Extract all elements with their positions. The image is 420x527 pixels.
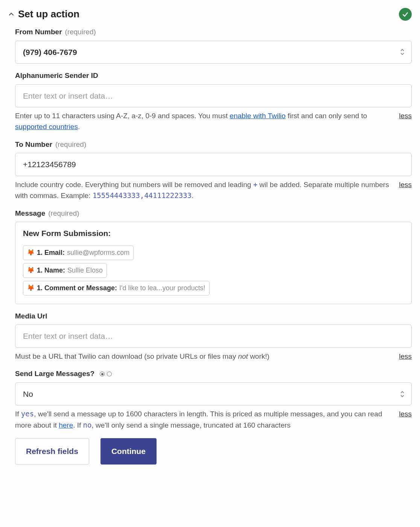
sender-id-help-row: Enter up to 11 characters using A-Z, a-z… <box>15 110 412 133</box>
large-messages-help-row: If yes, we'll send a message up to 1600 … <box>15 408 412 431</box>
label-text: Alphanumeric Sender ID <box>15 70 98 81</box>
chip-value: sullie@wpforms.com <box>67 248 129 258</box>
field-message: Message (required) New Form Submission: … <box>15 208 412 304</box>
from-number-label: From Number (required) <box>15 27 412 38</box>
message-heading: New Form Submission: <box>23 227 404 239</box>
help-text-part: . If <box>73 421 83 429</box>
data-chip[interactable]: 🦊 1. Comment or Message: I'd like to lea… <box>23 281 210 295</box>
label-text: Send Large Messages? <box>15 369 94 379</box>
label-text: Message <box>15 208 45 219</box>
field-from-number: From Number (required) (979) 406-7679 <box>15 27 412 64</box>
message-label: Message (required) <box>15 208 412 219</box>
sender-id-label: Alphanumeric Sender ID <box>15 70 412 81</box>
field-media-url: Media Url Enter text or insert data… Mus… <box>15 311 412 362</box>
label-text: From Number <box>15 27 62 38</box>
placeholder-text: Enter text or insert data… <box>23 91 113 100</box>
stepper-icon <box>400 391 405 398</box>
less-toggle[interactable]: less <box>399 351 412 362</box>
help-text-part: Enter up to 11 characters using A-Z, a-z… <box>15 112 230 120</box>
sender-id-input[interactable]: Enter text or insert data… <box>15 84 412 108</box>
continue-button[interactable]: Continue <box>100 438 157 465</box>
large-messages-value: No <box>23 390 33 398</box>
message-input[interactable]: New Form Submission: 🦊 1. Email: sullie@… <box>15 222 412 304</box>
required-tag: (required) <box>48 208 79 219</box>
media-url-input[interactable]: Enter text or insert data… <box>15 324 412 348</box>
chip-label: 1. Comment or Message: <box>37 283 117 293</box>
field-large-messages: Send Large Messages? No If yes, we'll se… <box>15 369 412 431</box>
from-number-select[interactable]: (979) 406-7679 <box>15 41 412 64</box>
placeholder-text: Enter text or insert data… <box>23 332 113 340</box>
help-text-part: , we'll only send a single message, trun… <box>92 421 291 429</box>
large-messages-label: Send Large Messages? <box>15 369 412 379</box>
app-icon: 🦊 <box>27 266 35 275</box>
field-to-number: To Number (required) +12123456789 Includ… <box>15 139 412 201</box>
less-toggle[interactable]: less <box>399 111 412 122</box>
stepper-icon <box>400 49 405 55</box>
app-icon: 🦊 <box>27 248 35 257</box>
chip-value: I'd like to lea...your products! <box>119 283 205 293</box>
to-number-help-row: Include country code. Everything but num… <box>15 179 412 201</box>
help-text-part: . <box>192 192 193 200</box>
supported-countries-link[interactable]: supported countries <box>15 123 78 131</box>
chip-value: Sullie Eloso <box>67 265 103 276</box>
label-text: Media Url <box>15 311 47 322</box>
from-number-value: (979) 406-7679 <box>23 48 77 56</box>
step-complete-icon <box>399 8 412 21</box>
button-row: Refresh fields Continue <box>15 438 412 465</box>
plus-symbol: + <box>253 180 257 189</box>
less-toggle[interactable]: less <box>399 409 412 420</box>
no-literal: no <box>83 421 92 429</box>
radio-selected-icon <box>100 372 105 376</box>
chevron-up-icon <box>8 11 14 17</box>
boolean-radio-icon <box>100 372 112 376</box>
data-chip[interactable]: 🦊 1. Email: sullie@wpforms.com <box>23 245 134 260</box>
help-text-part: Must be a URL that Twilio can download (… <box>15 352 238 360</box>
refresh-fields-button[interactable]: Refresh fields <box>15 438 89 465</box>
section-header-left[interactable]: Set up action <box>8 7 79 21</box>
yes-literal: yes <box>21 410 34 418</box>
chip-label: 1. Email: <box>37 248 65 258</box>
label-text: To Number <box>15 139 52 150</box>
required-tag: (required) <box>55 139 86 150</box>
chip-label: 1. Name: <box>37 265 65 276</box>
large-messages-select[interactable]: No <box>15 382 412 406</box>
to-number-input[interactable]: +12123456789 <box>15 153 412 176</box>
radio-unselected-icon <box>107 372 112 376</box>
section-header: Set up action <box>8 7 412 21</box>
to-number-value: +12123456789 <box>23 160 76 169</box>
help-text-part: If <box>15 410 21 418</box>
large-messages-help: If yes, we'll send a message up to 1600 … <box>15 408 391 431</box>
help-text-part: Include country code. Everything but num… <box>15 181 253 189</box>
sender-id-help: Enter up to 11 characters using A-Z, a-z… <box>15 110 391 133</box>
app-icon: 🦊 <box>27 283 35 292</box>
to-number-help: Include country code. Everything but num… <box>15 179 391 201</box>
to-number-label: To Number (required) <box>15 139 412 150</box>
less-toggle[interactable]: less <box>399 180 412 190</box>
help-text-part: . <box>78 123 80 131</box>
here-link[interactable]: here <box>59 421 73 429</box>
required-tag: (required) <box>65 27 96 38</box>
help-text-part: first and can only send to <box>286 112 367 120</box>
example-numbers: 15554443333,44111222333 <box>93 191 192 200</box>
help-italic: not <box>238 352 248 360</box>
data-chip[interactable]: 🦊 1. Name: Sullie Eloso <box>23 263 107 278</box>
field-sender-id: Alphanumeric Sender ID Enter text or ins… <box>15 70 412 133</box>
enable-twilio-link[interactable]: enable with Twilio <box>230 112 286 120</box>
section-title: Set up action <box>18 7 79 21</box>
media-url-label: Media Url <box>15 311 412 322</box>
media-url-help-row: Must be a URL that Twilio can download (… <box>15 351 412 362</box>
help-text-part: work!) <box>248 352 269 360</box>
media-url-help: Must be a URL that Twilio can download (… <box>15 351 391 362</box>
